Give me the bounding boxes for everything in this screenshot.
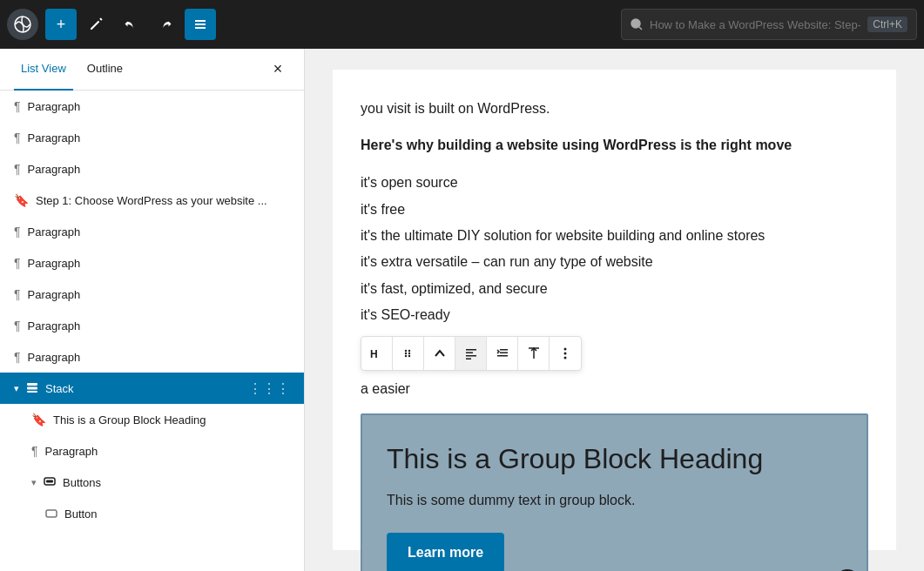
learn-more-button[interactable]: Learn more — [387, 533, 504, 571]
section-heading: Here's why building a website using Word… — [361, 134, 868, 157]
svg-point-18 — [408, 354, 409, 356]
search-input[interactable] — [650, 18, 860, 31]
svg-rect-7 — [27, 386, 37, 389]
svg-point-14 — [404, 352, 406, 353]
list-item-button[interactable]: Button — [0, 498, 304, 529]
svg-rect-11 — [46, 510, 57, 517]
svg-rect-2 — [195, 24, 206, 25]
svg-rect-25 — [497, 355, 508, 357]
svg-rect-6 — [27, 383, 37, 386]
svg-line-5 — [639, 27, 642, 30]
svg-rect-10 — [46, 480, 53, 482]
more-options-button[interactable] — [550, 337, 581, 370]
list-item-3: it's the ultimate DIY solution for websi… — [361, 223, 868, 249]
sidebar-close-button[interactable]: × — [266, 57, 290, 82]
indent-button[interactable] — [487, 337, 518, 370]
list-item[interactable]: ¶ Paragraph — [0, 153, 304, 185]
content-area: you visit is built on WordPress. Here's … — [305, 49, 924, 571]
search-shortcut: Ctrl+K — [867, 17, 907, 32]
tab-list-view[interactable]: List View — [14, 49, 73, 91]
sidebar-list: ¶ Paragraph ¶ Paragraph ¶ Paragraph 🔖 St… — [0, 91, 304, 571]
bookmark-icon: 🔖 — [31, 413, 46, 427]
align-top-button[interactable] — [518, 337, 550, 370]
svg-rect-1 — [195, 20, 206, 22]
svg-rect-20 — [466, 352, 473, 353]
list-item-5: it's fast, optimized, and secure — [361, 276, 868, 302]
wordpress-logo[interactable] — [7, 9, 38, 40]
more-options-icon[interactable]: ⋮⋮⋮ — [248, 380, 290, 397]
list-item-paragraph[interactable]: ¶ Paragraph — [0, 435, 304, 467]
list-item-buttons[interactable]: ▾ Buttons — [0, 467, 304, 498]
chevron-down-icon: ▾ — [14, 383, 19, 394]
list-item-2: it's free — [361, 197, 868, 223]
svg-text:H: H — [370, 348, 378, 360]
editor-content: you visit is built on WordPress. Here's … — [333, 70, 896, 550]
list-item[interactable]: ¶ Paragraph — [0, 341, 304, 373]
list-item[interactable]: ¶ Paragraph — [0, 310, 304, 341]
group-block-paragraph: This is some dummy text in group block. — [387, 493, 842, 508]
redo-button[interactable] — [150, 9, 181, 40]
svg-point-15 — [404, 354, 406, 356]
svg-point-17 — [408, 352, 409, 353]
paragraph-icon: ¶ — [14, 162, 21, 176]
svg-rect-21 — [466, 355, 476, 357]
svg-rect-22 — [466, 358, 471, 359]
list-item[interactable]: ¶ Paragraph — [0, 122, 304, 153]
edit-button[interactable] — [80, 9, 111, 40]
svg-point-13 — [404, 349, 406, 351]
list-item[interactable]: ¶ Paragraph — [0, 247, 304, 279]
list-item-6: it's SEO-ready — [361, 302, 868, 328]
svg-rect-3 — [195, 27, 206, 29]
block-type-button[interactable]: H — [361, 337, 393, 370]
paragraph-icon: ¶ — [14, 256, 21, 270]
list-item[interactable]: 🔖 Step 1: Choose WordPress as your websi… — [0, 185, 304, 216]
paragraph-icon: ¶ — [14, 350, 21, 364]
sidebar-header: List View Outline × — [0, 49, 304, 91]
buttons-icon — [44, 475, 56, 490]
list-view-toggle-button[interactable] — [185, 9, 216, 40]
paragraph-icon: ¶ — [14, 131, 21, 144]
list-item-stack[interactable]: ▾ Stack ⋮⋮⋮ — [0, 373, 304, 404]
svg-rect-19 — [466, 349, 476, 351]
after-toolbar-text: a easier — [361, 378, 868, 400]
top-toolbar: + Ctrl+K — [0, 0, 924, 49]
svg-rect-8 — [27, 391, 37, 393]
stack-icon — [26, 381, 38, 396]
paragraph-icon: ¶ — [14, 319, 21, 333]
tab-outline[interactable]: Outline — [80, 49, 130, 91]
list-item[interactable]: ¶ Paragraph — [0, 91, 304, 122]
svg-point-29 — [564, 352, 567, 354]
paragraph-icon: ¶ — [31, 444, 38, 458]
undo-button[interactable] — [115, 9, 146, 40]
intro-paragraph: you visit is built on WordPress. — [361, 97, 868, 120]
group-block-heading: This is a Group Block Heading — [387, 443, 842, 475]
list-item[interactable]: ¶ Paragraph — [0, 279, 304, 310]
search-bar: Ctrl+K — [621, 9, 917, 40]
paragraph-icon: ¶ — [14, 287, 21, 301]
paragraph-icon: ¶ — [14, 225, 21, 238]
svg-point-28 — [564, 347, 567, 350]
list-item-group-heading[interactable]: 🔖 This is a Group Block Heading — [0, 404, 304, 435]
bookmark-icon: 🔖 — [14, 193, 29, 207]
move-up-button[interactable] — [424, 337, 455, 370]
group-block: This is a Group Block Heading This is so… — [361, 413, 868, 571]
svg-rect-23 — [500, 349, 508, 351]
main-layout: List View Outline × ¶ Paragraph ¶ Paragr… — [0, 49, 924, 571]
drag-handle-button[interactable] — [393, 337, 424, 370]
sidebar: List View Outline × ¶ Paragraph ¶ Paragr… — [0, 49, 305, 571]
chevron-down-icon: ▾ — [31, 477, 37, 488]
list-item-1: it's open source — [361, 170, 868, 196]
svg-point-30 — [564, 356, 567, 359]
svg-rect-24 — [500, 352, 508, 353]
align-left-button[interactable] — [455, 337, 487, 370]
block-toolbar: H — [361, 336, 582, 371]
svg-point-16 — [408, 349, 409, 351]
button-icon — [45, 507, 57, 521]
add-block-toolbar-button[interactable]: + — [45, 9, 77, 40]
list-item-4: it's extra versatile – can run any type … — [361, 249, 868, 275]
paragraph-icon: ¶ — [14, 99, 21, 113]
list-item[interactable]: ¶ Paragraph — [0, 216, 304, 247]
